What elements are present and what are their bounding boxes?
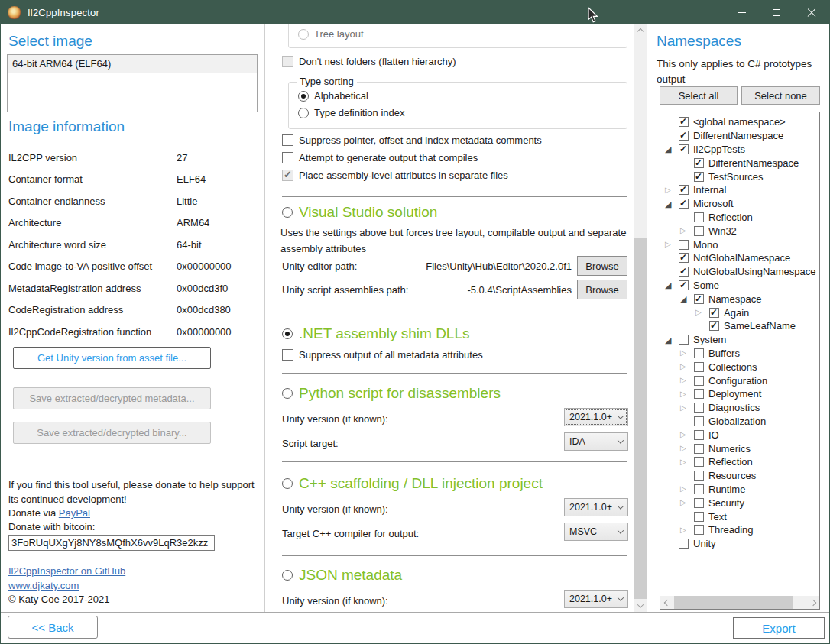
python-script-radio[interactable] (282, 388, 293, 399)
select-none-button[interactable]: Select none (741, 86, 820, 105)
tree-item[interactable]: ◢Microsoft (660, 197, 819, 211)
tree-item[interactable]: ▷Buffers (660, 347, 819, 361)
export-button[interactable]: Export (733, 617, 825, 639)
separate-attributes-option[interactable]: Place assembly-level attributes in separ… (282, 170, 508, 181)
tree-item[interactable]: ◢System (660, 333, 819, 347)
namespace-checkbox[interactable] (694, 362, 704, 372)
namespace-checkbox[interactable] (679, 117, 689, 127)
collapsed-expander-icon[interactable]: ▷ (680, 431, 694, 439)
json-metadata-radio[interactable] (282, 570, 293, 581)
save-metadata-button[interactable]: Save extracted/decrypted metadata... (13, 387, 211, 409)
browse-editor-path-button[interactable]: Browse (577, 256, 627, 276)
suppress-metadata-checkbox[interactable] (282, 349, 293, 361)
scroll-left-arrow[interactable] (660, 596, 673, 609)
namespace-checkbox[interactable] (679, 185, 689, 195)
image-list-item[interactable]: 64-bit ARM64 (ELF64) (8, 55, 257, 73)
namespace-checkbox[interactable] (679, 253, 689, 263)
namespace-checkbox[interactable] (679, 267, 689, 277)
expanded-expander-icon[interactable]: ◢ (665, 336, 679, 344)
tree-item[interactable]: ◢Some (660, 279, 819, 293)
tree-layout-option[interactable]: Tree layout (298, 28, 364, 40)
namespace-checkbox[interactable] (679, 199, 689, 209)
scroll-up-arrow[interactable] (634, 24, 647, 37)
collapsed-expander-icon[interactable]: ▷ (680, 445, 694, 452)
image-listbox[interactable]: 64-bit ARM64 (ELF64) (7, 54, 258, 112)
alphabetical-radio[interactable] (298, 91, 309, 102)
tree-item[interactable]: ▷Deployment (660, 387, 819, 401)
expanded-expander-icon[interactable]: ◢ (665, 145, 679, 153)
collapsed-expander-icon[interactable]: ▷ (680, 458, 694, 466)
namespace-checkbox[interactable] (694, 525, 704, 535)
expanded-expander-icon[interactable]: ◢ (680, 295, 694, 303)
suppress-comments-checkbox[interactable] (282, 134, 293, 146)
type-def-index-radio[interactable] (298, 108, 309, 118)
tree-item[interactable]: NotGlobalNamespace (660, 251, 819, 265)
compile-output-option[interactable]: Attempt to generate output that compiles (282, 152, 478, 163)
scroll-down-arrow[interactable] (634, 599, 647, 612)
tree-item[interactable]: Globalization (660, 415, 819, 429)
tree-item[interactable]: Text (660, 510, 819, 523)
tree-item[interactable]: ▷Win32 (660, 224, 819, 238)
get-unity-version-button[interactable]: Get Unity version from asset file... (13, 347, 211, 369)
tree-layout-radio[interactable] (298, 29, 309, 40)
collapsed-expander-icon[interactable]: ▷ (680, 499, 694, 506)
namespace-checkbox[interactable] (694, 471, 704, 481)
tree-item[interactable]: ▷Security (660, 496, 819, 510)
script-target-combobox[interactable]: IDA (564, 432, 628, 451)
tree-item[interactable]: ▷Reflection (660, 455, 819, 469)
suppress-metadata-option[interactable]: Suppress output of all metadata attribut… (282, 349, 483, 361)
save-binary-button[interactable]: Save extracted/decrypted binary... (13, 422, 211, 444)
vs-solution-option[interactable]: Visual Studio solution (282, 204, 437, 221)
collapsed-expander-icon[interactable]: ▷ (680, 526, 694, 534)
python-unity-version-combobox[interactable]: 2021.1.0+ (564, 408, 628, 426)
cpp-unity-version-combobox[interactable]: 2021.1.0+ (564, 498, 628, 516)
alphabetical-option[interactable]: Alphabetical (298, 90, 368, 102)
namespace-checkbox[interactable] (694, 158, 704, 168)
tree-item[interactable]: <global namespace> (660, 115, 819, 129)
namespace-checkbox[interactable] (694, 512, 704, 522)
select-all-button[interactable]: Select all (660, 86, 738, 105)
namespace-checkbox[interactable] (694, 430, 704, 440)
collapsed-expander-icon[interactable]: ▷ (680, 349, 694, 357)
expanded-expander-icon[interactable]: ◢ (665, 200, 679, 208)
json-metadata-option[interactable]: JSON metadata (282, 567, 402, 584)
compile-output-checkbox[interactable] (282, 152, 293, 163)
minimize-button[interactable] (724, 1, 759, 24)
namespace-checkbox[interactable] (694, 226, 704, 236)
tree-item[interactable]: ◢Il2CppTests (660, 143, 819, 157)
shim-dlls-option[interactable]: .NET assembly shim DLLs (282, 325, 470, 342)
unity-editor-path-value[interactable]: Files\Unity\Hub\Editor\2020.2.0f1 (397, 261, 577, 272)
options-vertical-scrollbar[interactable] (634, 24, 647, 612)
shim-dlls-radio[interactable] (282, 328, 293, 339)
tree-item[interactable]: Unity (660, 537, 819, 551)
cpp-compiler-combobox[interactable]: MSVC (564, 523, 628, 541)
suppress-comments-option[interactable]: Suppress pointer, offset and index metad… (282, 134, 542, 146)
vs-solution-radio[interactable] (282, 207, 293, 218)
namespace-checkbox[interactable] (694, 498, 704, 508)
tree-item[interactable]: ▷Collections (660, 360, 819, 374)
namespace-checkbox[interactable] (694, 389, 704, 399)
namespace-checkbox[interactable] (694, 416, 704, 426)
maximize-button[interactable] (759, 1, 794, 24)
namespace-checkbox[interactable] (694, 484, 704, 494)
back-button[interactable]: << Back (8, 616, 98, 639)
flatten-checkbox[interactable] (282, 56, 293, 67)
collapsed-expander-icon[interactable]: ▷ (665, 241, 679, 248)
namespace-checkbox[interactable] (694, 212, 704, 222)
cpp-scaffolding-option[interactable]: C++ scaffolding / DLL injection project (282, 475, 543, 492)
separate-attributes-checkbox[interactable] (282, 170, 293, 181)
python-script-option[interactable]: Python script for disassemblers (282, 385, 501, 402)
collapsed-expander-icon[interactable]: ▷ (680, 377, 694, 384)
namespace-checkbox[interactable] (694, 444, 704, 454)
close-button[interactable] (794, 1, 829, 24)
namespace-checkbox[interactable] (694, 294, 704, 304)
flatten-option[interactable]: Don't nest folders (flatten hierarchy) (282, 56, 456, 67)
tree-item[interactable]: ▷Configuration (660, 374, 819, 387)
scrollbar-thumb[interactable] (634, 238, 647, 599)
namespace-checkbox[interactable] (694, 376, 704, 386)
tree-item[interactable]: ◢Namespace (660, 292, 819, 306)
script-assemblies-path-value[interactable]: -5.0.4\ScriptAssemblies (427, 284, 577, 296)
tree-item[interactable]: DifferentNamespace (660, 129, 819, 143)
namespace-horizontal-scrollbar[interactable] (660, 596, 819, 609)
tree-item[interactable]: Reflection (660, 211, 819, 225)
